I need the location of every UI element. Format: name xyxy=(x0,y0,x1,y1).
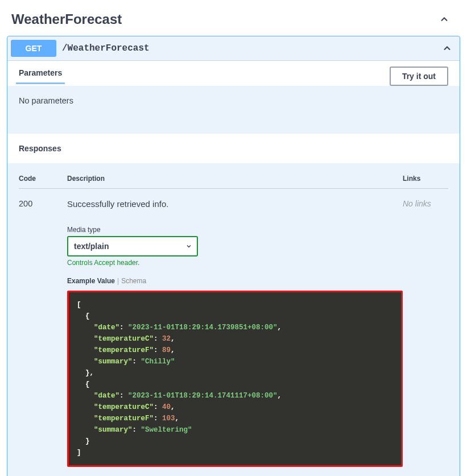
chevron-up-icon xyxy=(439,14,450,25)
col-header-code: Code xyxy=(19,175,67,183)
try-it-out-button[interactable]: Try it out xyxy=(390,67,448,86)
operation-body: Parameters Try it out No parameters Resp… xyxy=(7,60,460,476)
response-code: 200 xyxy=(19,199,67,467)
responses-title: Responses xyxy=(7,134,460,163)
operation-path: /WeatherForecast xyxy=(62,43,441,53)
parameters-tab-underline xyxy=(16,82,65,84)
parameters-header: Parameters Try it out xyxy=(7,61,460,86)
parameters-empty-text: No parameters xyxy=(7,86,460,134)
chevron-up-icon xyxy=(441,43,453,54)
responses-table: Code Description Links 200 Successfully … xyxy=(7,163,460,476)
response-description: Successfully retrieved info. xyxy=(67,199,403,209)
example-tabs: Example Value|Schema xyxy=(67,277,403,285)
media-type-select[interactable]: text/plain xyxy=(67,236,198,256)
example-code-block: [ { "date": "2023-11-01T18:29:14.1739851… xyxy=(67,291,403,467)
http-method-badge: GET xyxy=(11,40,56,57)
tag-title: WeatherForecast xyxy=(11,11,122,27)
col-header-description: Description xyxy=(67,175,403,183)
tab-schema[interactable]: Schema xyxy=(121,277,146,285)
tab-example-value[interactable]: Example Value xyxy=(67,277,115,285)
accept-header-note: Controls Accept header. xyxy=(67,259,403,267)
parameters-title: Parameters xyxy=(19,68,62,84)
tag-header[interactable]: WeatherForecast xyxy=(6,6,461,36)
tab-separator: | xyxy=(117,277,119,285)
media-type-label: Media type xyxy=(67,226,403,234)
responses-header-row: Code Description Links xyxy=(19,175,448,189)
operation-summary[interactable]: GET /WeatherForecast xyxy=(7,36,460,60)
col-header-links: Links xyxy=(403,175,448,183)
response-row: 404 Info not found. No links xyxy=(19,467,448,476)
response-row: 200 Successfully retrieved info. Media t… xyxy=(19,189,448,467)
operation-block: GET /WeatherForecast Parameters Try it o… xyxy=(7,36,460,476)
response-links: No links xyxy=(403,199,448,467)
